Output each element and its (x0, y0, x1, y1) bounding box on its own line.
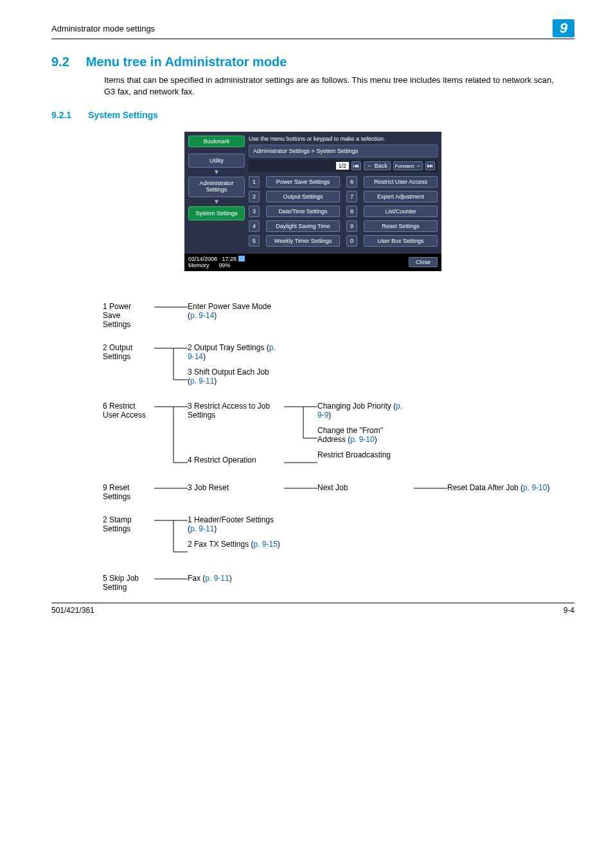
section-title: Menu tree in Administrator mode (86, 55, 287, 69)
menu-item-button[interactable]: Weekly Timer Settings (266, 235, 340, 247)
menu-number: 0 (346, 235, 357, 247)
menu-item-button[interactable]: Power Save Settings (266, 176, 340, 188)
tree-level3: Restrict Broadcasting (317, 450, 410, 459)
menu-item-button[interactable]: Output Settings (266, 191, 340, 202)
menu-item-button[interactable]: Daylight Saving Time (266, 220, 340, 232)
tree-level1: 6 Restrict User Access (51, 402, 154, 420)
tree-level2: 3 Shift Output Each Job (p. 9-11) (188, 368, 280, 385)
menu-number: 9 (346, 220, 357, 232)
page-running-head: Administrator mode settings (51, 24, 155, 33)
menu-number: 1 (249, 176, 260, 188)
menu-number: 3 (249, 206, 260, 217)
menu-number: 6 (346, 176, 357, 188)
last-page-button[interactable]: ⏭ (425, 161, 435, 170)
status-time: 17:28 (222, 256, 237, 262)
tree-level1: 5 Skip Job Setting (51, 574, 154, 592)
chapter-badge: 9 (553, 19, 574, 37)
tree-level1: 2 Stamp Settings (51, 515, 154, 533)
sidebar-item-admin-settings[interactable]: Administrator Settings (188, 177, 245, 197)
menu-item-button[interactable]: Restrict User Access (364, 176, 438, 188)
page-ref-link[interactable]: p. 9-11 (190, 524, 214, 533)
footer-model: 501/421/361 (51, 606, 94, 615)
chevron-down-icon: ▼ (188, 199, 245, 205)
page-ref-link[interactable]: p. 9-11 (190, 376, 214, 385)
footer-page-number: 9-4 (564, 606, 574, 615)
menu-number: 8 (346, 206, 357, 217)
menu-item-button[interactable]: List/Counter (364, 206, 438, 217)
section-number: 9.2 (51, 55, 69, 69)
section-body-text: Items that can be specified in administr… (104, 75, 554, 97)
page-indicator: 1/2 (336, 162, 350, 170)
tree-level3: Changing Job Priority (p. 9-9) (317, 402, 410, 420)
subsection-title: System Settings (88, 110, 158, 120)
tree-level1: 1 Power Save Settings (51, 302, 154, 329)
menu-item-button[interactable]: User Box Settings (364, 235, 438, 247)
forward-button[interactable]: Forward → (393, 161, 423, 170)
tree-level2: 1 Header/Footer Settings (p. 9-11) (188, 515, 280, 533)
menu-number: 7 (346, 191, 357, 202)
menu-item-button[interactable]: Expert Adjustment (364, 191, 438, 202)
status-memory-pct: 99% (219, 262, 231, 269)
status-bar: 02/14/2008 17:28 Memory 99% (188, 256, 245, 269)
breadcrumb: Administrator Settings > System Settings (249, 145, 438, 157)
menu-number: 4 (249, 220, 260, 232)
back-label: Back (375, 163, 387, 169)
tree-level4: Reset Data After Job (p. 9-10) (447, 483, 556, 492)
first-page-button[interactable]: ⏮ (351, 161, 361, 170)
page-ref-link[interactable]: p. 9-14 (190, 311, 214, 320)
memory-icon (238, 256, 245, 261)
page-ref-link[interactable]: p. 9-15 (254, 540, 278, 549)
tree-level2: Fax (p. 9-11) (188, 574, 284, 583)
tree-level2: 2 Output Tray Settings (p. 9-14) (188, 343, 280, 361)
page-ref-link[interactable]: p. 9-11 (205, 574, 229, 583)
tree-level2: 3 Job Reset (188, 483, 284, 492)
status-memory-label: Memory (188, 262, 209, 269)
tree-level1: 9 Reset Settings (51, 483, 154, 501)
tree-level2: 3 Restrict Access to Job Settings (188, 402, 280, 420)
menu-number: 5 (249, 235, 260, 247)
menu-number: 2 (249, 191, 260, 202)
menu-tree: 1 Power Save Settings Enter Power Save M… (51, 302, 574, 592)
back-button[interactable]: ← Back (364, 161, 391, 170)
tree-level2: Enter Power Save Mode (p. 9-14) (188, 302, 284, 320)
tree-level3: Next Job (317, 483, 414, 492)
page-ref-link[interactable]: p. 9-10 (523, 483, 547, 492)
forward-label: Forward (395, 163, 414, 169)
status-date: 02/14/2008 (188, 256, 217, 262)
tree-level2: 4 Restrict Operation (188, 456, 280, 465)
settings-screenshot: Bookmark Utility ▼ Administrator Setting… (184, 132, 441, 271)
subsection-number: 9.2.1 (51, 110, 71, 120)
close-button[interactable]: Close (409, 257, 438, 267)
page-ref-link[interactable]: p. 9-10 (350, 435, 374, 444)
screenshot-instruction: Use the menu buttons or keypad to make a… (249, 136, 438, 145)
tree-level3: Change the "From" Address (p. 9-10) (317, 426, 410, 444)
menu-item-button[interactable]: Date/Time Settings (266, 206, 340, 217)
sidebar-item-utility[interactable]: Utility (188, 154, 245, 168)
tree-level2: 2 Fax TX Settings (p. 9-15) (188, 540, 280, 549)
sidebar-item-system-settings[interactable]: System Settings (188, 206, 245, 220)
menu-item-button[interactable]: Reset Settings (364, 220, 438, 232)
tree-level1: 2 Output Settings (51, 343, 154, 361)
chevron-down-icon: ▼ (188, 169, 245, 175)
bookmark-button[interactable]: Bookmark (188, 136, 245, 147)
